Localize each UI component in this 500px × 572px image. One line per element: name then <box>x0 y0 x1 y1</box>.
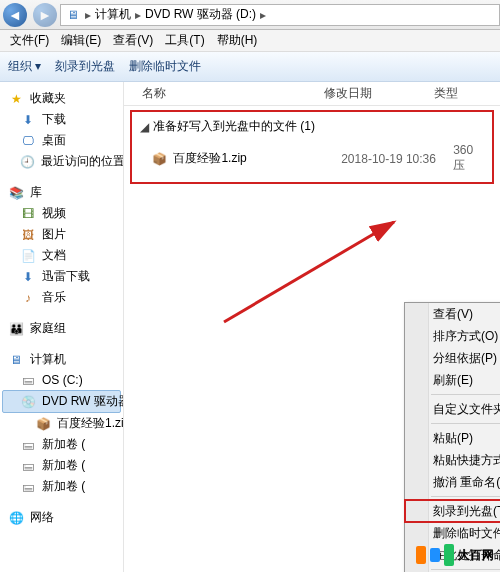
chevron-right-icon: ▸ <box>260 8 266 22</box>
breadcrumb-drive[interactable]: DVD RW 驱动器 (D:) <box>145 6 256 23</box>
watermark-bar-icon <box>444 544 454 566</box>
nav-fwd-button[interactable]: ► <box>33 3 57 27</box>
sidebar-osc[interactable]: 🖴OS (C:) <box>2 370 121 390</box>
file-date: 2018-10-19 10:36 <box>341 152 447 166</box>
ctx-group[interactable]: 分组依据(P) <box>405 347 500 369</box>
column-header: 名称 修改日期 类型 <box>124 82 500 106</box>
sidebar-dvd[interactable]: 💿DVD RW 驱动器 (D <box>2 390 121 413</box>
ctx-customize[interactable]: 自定义文件夹(F)... <box>405 398 500 420</box>
recent-icon: 🕘 <box>20 154 35 170</box>
ctx-sort[interactable]: 排序方式(O) <box>405 325 500 347</box>
breadcrumb-root[interactable]: 计算机 <box>95 6 131 23</box>
content-pane[interactable]: 名称 修改日期 类型 ◢ 准备好写入到光盘中的文件 (1) 📦 百度经验1.zi… <box>124 82 500 572</box>
main-area: ★收藏夹 ⬇下载 🖵桌面 🕘最近访问的位置 📚库 🎞视频 🖼图片 📄文档 ⬇迅雷… <box>0 82 500 572</box>
watermark: 大百网 <box>416 544 494 566</box>
separator <box>431 496 500 497</box>
sidebar-videos[interactable]: 🎞视频 <box>2 203 121 224</box>
sidebar: ★收藏夹 ⬇下载 🖵桌面 🕘最近访问的位置 📚库 🎞视频 🖼图片 📄文档 ⬇迅雷… <box>0 82 124 572</box>
group-header[interactable]: ◢ 准备好写入到光盘中的文件 (1) <box>132 112 492 141</box>
chevron-right-icon: ▸ <box>135 8 141 22</box>
sidebar-favorites[interactable]: ★收藏夹 <box>2 88 121 109</box>
menu-bar: 文件(F) 编辑(E) 查看(V) 工具(T) 帮助(H) <box>0 30 500 52</box>
separator <box>431 569 500 570</box>
sidebar-pictures[interactable]: 🖼图片 <box>2 224 121 245</box>
watermark-bar-icon <box>430 548 440 562</box>
watermark-bar-icon <box>416 546 426 564</box>
nav-back-button[interactable]: ◄ <box>3 3 27 27</box>
file-row[interactable]: 📦 百度经验1.zip 2018-10-19 10:36 360压 <box>132 141 492 176</box>
document-icon: 📄 <box>20 248 36 264</box>
dvd-icon: 💿 <box>21 394 36 410</box>
computer-icon: 🖥 <box>65 7 81 23</box>
menu-help[interactable]: 帮助(H) <box>213 30 262 51</box>
svg-line-0 <box>224 222 394 322</box>
toolbar: 组织 ▾ 刻录到光盘 删除临时文件 <box>0 52 500 82</box>
library-icon: 📚 <box>8 185 24 201</box>
sidebar-computer[interactable]: 🖥计算机 <box>2 349 121 370</box>
context-menu: 查看(V) 排序方式(O) 分组依据(P) 刷新(E) 自定义文件夹(F)...… <box>404 302 500 572</box>
separator <box>431 394 500 395</box>
file-name: 百度经验1.zip <box>173 150 335 167</box>
sidebar-vol3[interactable]: 🖴新加卷 ( <box>2 476 121 497</box>
sidebar-homegroup[interactable]: 👪家庭组 <box>2 318 121 339</box>
organize-button[interactable]: 组织 ▾ <box>8 58 41 75</box>
sidebar-desktop[interactable]: 🖵桌面 <box>2 130 121 151</box>
zip-icon: 📦 <box>36 416 51 432</box>
sidebar-libraries[interactable]: 📚库 <box>2 182 121 203</box>
video-icon: 🎞 <box>20 206 36 222</box>
menu-file[interactable]: 文件(F) <box>6 30 53 51</box>
menu-tools[interactable]: 工具(T) <box>161 30 208 51</box>
sidebar-xunlei[interactable]: ⬇迅雷下载 <box>2 266 121 287</box>
music-icon: ♪ <box>20 290 36 306</box>
sidebar-vol2[interactable]: 🖴新加卷 ( <box>2 455 121 476</box>
col-date[interactable]: 修改日期 <box>324 85 434 102</box>
computer-icon: 🖥 <box>8 352 24 368</box>
ctx-paste[interactable]: 粘贴(P) <box>405 427 500 449</box>
desktop-icon: 🖵 <box>20 133 36 149</box>
sidebar-vol1[interactable]: 🖴新加卷 ( <box>2 434 121 455</box>
breadcrumb[interactable]: 🖥 ▸ 计算机 ▸ DVD RW 驱动器 (D:) ▸ <box>60 4 500 26</box>
col-type[interactable]: 类型 <box>434 85 500 102</box>
ctx-burn[interactable]: 刻录到光盘(T) <box>405 500 500 522</box>
separator <box>431 423 500 424</box>
zip-icon: 📦 <box>152 151 167 167</box>
col-name[interactable]: 名称 <box>124 85 324 102</box>
highlight-group-box: ◢ 准备好写入到光盘中的文件 (1) 📦 百度经验1.zip 2018-10-1… <box>130 110 494 184</box>
ctx-refresh[interactable]: 刷新(E) <box>405 369 500 391</box>
delete-temp-button[interactable]: 删除临时文件 <box>129 58 201 75</box>
menu-edit[interactable]: 编辑(E) <box>57 30 105 51</box>
network-icon: 🌐 <box>8 510 24 526</box>
triangle-down-icon: ◢ <box>140 120 149 134</box>
homegroup-icon: 👪 <box>8 321 24 337</box>
disk-icon: 🖴 <box>20 372 36 388</box>
group-header-label: 准备好写入到光盘中的文件 (1) <box>153 118 315 135</box>
annotation-arrow <box>214 212 414 332</box>
sidebar-zip[interactable]: 📦百度经验1.zip <box>2 413 121 434</box>
download-icon: ⬇ <box>20 112 36 128</box>
sidebar-documents[interactable]: 📄文档 <box>2 245 121 266</box>
burn-button[interactable]: 刻录到光盘 <box>55 58 115 75</box>
ctx-paste-shortcut[interactable]: 粘贴快捷方式(S) <box>405 449 500 471</box>
address-bar: ◄ ► 🖥 ▸ 计算机 ▸ DVD RW 驱动器 (D:) ▸ <box>0 0 500 30</box>
disk-icon: 🖴 <box>20 479 36 495</box>
ctx-undo-rename[interactable]: 撤消 重命名(U)Ctrl+Z <box>405 471 500 493</box>
xunlei-icon: ⬇ <box>20 269 36 285</box>
file-type: 360压 <box>453 143 484 174</box>
sidebar-network[interactable]: 🌐网络 <box>2 507 121 528</box>
menu-view[interactable]: 查看(V) <box>109 30 157 51</box>
star-icon: ★ <box>8 91 24 107</box>
picture-icon: 🖼 <box>20 227 36 243</box>
sidebar-downloads[interactable]: ⬇下载 <box>2 109 121 130</box>
watermark-text: 大百网 <box>458 547 494 564</box>
chevron-right-icon: ▸ <box>85 8 91 22</box>
sidebar-recent[interactable]: 🕘最近访问的位置 <box>2 151 121 172</box>
ctx-delete-temp[interactable]: 删除临时文件(F) <box>405 522 500 544</box>
sidebar-music[interactable]: ♪音乐 <box>2 287 121 308</box>
ctx-view[interactable]: 查看(V) <box>405 303 500 325</box>
disk-icon: 🖴 <box>20 437 36 453</box>
disk-icon: 🖴 <box>20 458 36 474</box>
